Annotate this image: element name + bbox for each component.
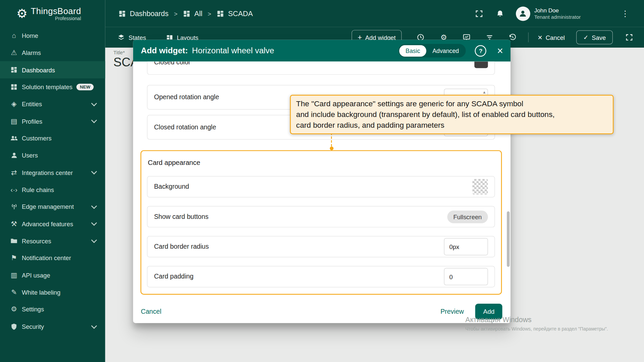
new-badge: NEW — [76, 84, 94, 90]
expand-fullscreen-icon[interactable] — [625, 33, 633, 41]
dialog-scrollbar-thumb[interactable] — [507, 212, 510, 267]
breadcrumb-item-dashboards[interactable]: Dashboards — [118, 9, 169, 18]
breadcrumb-separator: > — [208, 10, 211, 17]
field-label: Card border radius — [154, 243, 209, 250]
field-label: Show card buttons — [154, 213, 208, 221]
chevron-down-icon — [91, 203, 97, 209]
states-icon — [117, 34, 125, 41]
closed-color-swatch[interactable] — [474, 62, 488, 68]
chevron-down-icon — [91, 169, 97, 175]
edge-management-icon — [10, 203, 18, 210]
chevron-down-icon — [91, 220, 97, 226]
entities-icon: ◈ — [10, 101, 18, 108]
field-label: Closed color — [154, 62, 191, 66]
sidebar-item-resources[interactable]: Resources — [0, 232, 105, 249]
sidebar-item-dashboards[interactable]: Dashboards — [0, 61, 105, 78]
brand-logo[interactable]: ⚙ ThingsBoard Professional — [0, 0, 105, 27]
resources-icon — [10, 237, 18, 245]
help-icon[interactable]: ? — [475, 45, 486, 56]
sidebar-item-users[interactable]: Users — [0, 147, 105, 164]
sidebar-item-security[interactable]: Security — [0, 318, 105, 335]
dashboard-grid-icon — [118, 10, 126, 17]
kebab-menu-icon[interactable]: ⋮ — [621, 9, 629, 18]
tab-basic[interactable]: Basic — [399, 45, 426, 56]
stepper-up-icon[interactable]: ▴ — [483, 90, 486, 94]
brand-subtitle: Professional — [31, 16, 81, 21]
sidebar-item-profiles[interactable]: ▤ Profiles — [0, 113, 105, 130]
sidebar-item-rule-chains[interactable]: ‹·› Rule chains — [0, 181, 105, 198]
dashboard-title-label: Title* — [113, 50, 125, 55]
sidebar-item-notification-center[interactable]: ⚑ Notification center — [0, 249, 105, 266]
sidebar-item-home[interactable]: ⌂ Home — [0, 27, 105, 44]
save-dashboard-button[interactable]: ✓ Save — [576, 31, 613, 45]
dialog-title: Horizontal wheel valve — [192, 46, 274, 55]
sidebar-item-white-labeling[interactable]: ✎ White labeling — [0, 284, 105, 301]
card-padding-input[interactable] — [444, 268, 488, 285]
toolbar-divider — [528, 33, 529, 42]
sidebar-item-customers[interactable]: Customers — [0, 130, 105, 147]
basic-advanced-toggle: Basic Advanced — [398, 44, 466, 57]
tab-advanced[interactable]: Advanced — [426, 45, 465, 56]
top-bar-actions: John Doe Tenant administrator ⋮ — [475, 6, 644, 21]
field-closed-color: Closed color — [147, 62, 495, 75]
sidebar-item-label: Advanced features — [22, 220, 73, 227]
security-shield-icon — [10, 323, 18, 330]
sidebar-item-label: API usage — [22, 272, 50, 279]
sidebar-item-alarms[interactable]: ⚠ Alarms — [0, 44, 105, 61]
version-history-icon[interactable] — [508, 33, 517, 41]
sidebar-item-solution-templates[interactable]: Solution templates NEW — [0, 78, 105, 96]
field-label: Opened rotation angle — [154, 94, 219, 101]
dialog-footer: Cancel Preview Add — [133, 300, 511, 323]
user-role: Tenant administrator — [534, 14, 581, 21]
thingsboard-logo-icon: ⚙ — [16, 7, 28, 20]
preview-button[interactable]: Preview — [440, 308, 464, 315]
notification-center-icon: ⚑ — [10, 255, 18, 262]
dialog-close-icon[interactable]: × — [497, 46, 503, 56]
breadcrumb-item-scada[interactable]: SCADA — [217, 9, 253, 18]
dashboard-grid-icon — [183, 10, 191, 17]
sidebar-item-label: White labeling — [22, 289, 60, 296]
callout-line: The "Card appearance" settings are gener… — [296, 99, 607, 109]
callout-line: card border radius, and padding paramete… — [296, 120, 607, 131]
callout-line: and include background (transparent by d… — [296, 109, 607, 120]
users-icon — [10, 152, 18, 159]
card-border-radius-input[interactable] — [444, 238, 488, 255]
cancel-edit-button[interactable]: × Cancel — [538, 34, 565, 41]
fullscreen-icon[interactable] — [475, 9, 483, 18]
sidebar-item-integrations-center[interactable]: ⇄ Integrations center — [0, 164, 105, 181]
field-card-padding: Card padding — [147, 266, 495, 287]
dialog-title-prefix: Add widget: — [141, 46, 188, 55]
sidebar-item-label: Entities — [22, 101, 42, 108]
sidebar-item-advanced-features[interactable]: ⚒ Advanced features — [0, 215, 105, 232]
solution-templates-icon — [10, 83, 18, 90]
windows-activation-watermark: Активация Windows Чтобы активировать Win… — [465, 316, 608, 331]
sidebar-item-settings[interactable]: ⚙ Settings — [0, 301, 105, 318]
cancel-label: Cancel — [546, 34, 565, 41]
app: ⚙ ThingsBoard Professional ⌂ Home ⚠ Alar… — [0, 0, 644, 362]
alarm-icon: ⚠ — [10, 49, 18, 56]
breadcrumb-item-all[interactable]: All — [183, 9, 202, 18]
home-icon: ⌂ — [10, 32, 18, 39]
sidebar-item-label: Users — [22, 152, 38, 159]
advanced-features-icon: ⚒ — [10, 220, 18, 227]
callout-connector-line — [331, 133, 332, 147]
breadcrumb-label: Dashboards — [130, 9, 169, 18]
notifications-bell-icon[interactable] — [496, 9, 504, 18]
chevron-down-icon — [91, 100, 97, 106]
sidebar-item-label: Rule chains — [22, 186, 54, 193]
dialog-cancel-button[interactable]: Cancel — [141, 308, 161, 315]
sidebar-item-entities[interactable]: ◈ Entities — [0, 96, 105, 113]
field-label: Card padding — [154, 273, 194, 280]
sidebar-item-api-usage[interactable]: ▥ API usage — [0, 266, 105, 284]
callout-connector-dot — [330, 146, 333, 150]
background-transparent-swatch[interactable] — [472, 179, 488, 195]
user-info[interactable]: John Doe Tenant administrator — [534, 6, 581, 20]
field-label: Closed rotation angle — [154, 124, 216, 131]
dashboard-grid-icon — [217, 10, 224, 17]
field-background: Background — [147, 176, 495, 197]
avatar[interactable] — [516, 6, 530, 21]
sidebar-item-edge-management[interactable]: Edge management — [0, 198, 105, 215]
breadcrumb-label: SCADA — [228, 9, 253, 18]
save-label: Save — [592, 34, 606, 41]
fullscreen-chip[interactable]: Fullscreen — [447, 210, 488, 223]
